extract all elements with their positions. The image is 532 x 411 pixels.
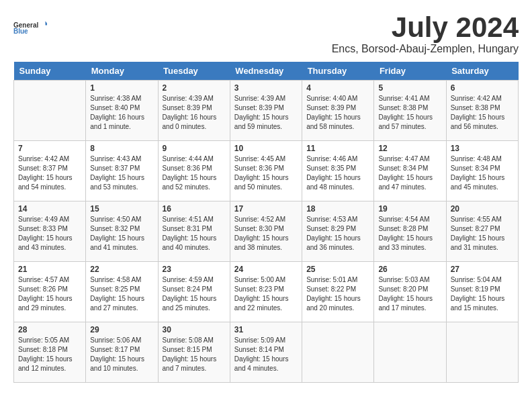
day-number: 29	[90, 325, 153, 334]
calendar-cell: 15 Sunrise: 4:50 AM Sunset: 8:32 PM Dayl…	[86, 201, 158, 262]
month-title: July 2024	[332, 13, 519, 42]
day-info: Sunrise: 4:53 AM Sunset: 8:29 PM Dayligh…	[306, 215, 369, 253]
calendar-cell: 29 Sunrise: 5:06 AM Sunset: 8:17 PM Dayl…	[86, 322, 158, 383]
header: General Blue July 2024 Encs, Borsod-Abau…	[13, 13, 519, 55]
day-number: 2	[163, 83, 226, 93]
day-info: Sunrise: 4:39 AM Sunset: 8:39 PM Dayligh…	[234, 94, 298, 132]
day-info: Sunrise: 4:42 AM Sunset: 8:38 PM Dayligh…	[451, 94, 514, 132]
header-day-saturday: Saturday	[446, 62, 518, 81]
calendar-cell: 16 Sunrise: 4:51 AM Sunset: 8:31 PM Dayl…	[158, 201, 230, 262]
day-info: Sunrise: 4:39 AM Sunset: 8:39 PM Dayligh…	[163, 94, 226, 132]
day-info: Sunrise: 4:58 AM Sunset: 8:25 PM Dayligh…	[90, 275, 153, 313]
calendar-cell: 19 Sunrise: 4:54 AM Sunset: 8:28 PM Dayl…	[374, 201, 446, 262]
day-number: 24	[234, 265, 298, 274]
day-number: 4	[306, 83, 369, 93]
day-info: Sunrise: 4:57 AM Sunset: 8:26 PM Dayligh…	[18, 275, 81, 313]
day-info: Sunrise: 4:47 AM Sunset: 8:34 PM Dayligh…	[378, 154, 441, 192]
day-number: 17	[234, 204, 298, 214]
calendar-cell: 20 Sunrise: 4:55 AM Sunset: 8:27 PM Dayl…	[446, 201, 518, 262]
day-number: 25	[306, 265, 369, 274]
day-number: 14	[18, 204, 81, 214]
calendar-cell: 13 Sunrise: 4:48 AM Sunset: 8:34 PM Dayl…	[446, 141, 518, 201]
day-number: 22	[90, 265, 153, 274]
calendar-cell: 23 Sunrise: 4:59 AM Sunset: 8:24 PM Dayl…	[158, 262, 230, 322]
calendar-cell: 24 Sunrise: 5:00 AM Sunset: 8:23 PM Dayl…	[230, 262, 302, 322]
day-info: Sunrise: 4:43 AM Sunset: 8:37 PM Dayligh…	[90, 154, 153, 192]
header-day-sunday: Sunday	[14, 62, 86, 81]
calendar-cell: 14 Sunrise: 4:49 AM Sunset: 8:33 PM Dayl…	[14, 201, 86, 262]
day-info: Sunrise: 5:01 AM Sunset: 8:22 PM Dayligh…	[306, 275, 369, 313]
day-info: Sunrise: 4:42 AM Sunset: 8:37 PM Dayligh…	[18, 154, 81, 192]
title-area: July 2024 Encs, Borsod-Abauj-Zemplen, Hu…	[332, 13, 519, 55]
day-number: 31	[234, 325, 298, 334]
day-number: 5	[378, 83, 441, 93]
day-info: Sunrise: 4:46 AM Sunset: 8:35 PM Dayligh…	[306, 154, 369, 192]
calendar-cell: 5 Sunrise: 4:41 AM Sunset: 8:38 PM Dayli…	[374, 81, 446, 141]
day-info: Sunrise: 4:45 AM Sunset: 8:36 PM Dayligh…	[234, 154, 298, 192]
calendar-cell: 26 Sunrise: 5:03 AM Sunset: 8:20 PM Dayl…	[374, 262, 446, 322]
day-number: 27	[451, 265, 514, 274]
day-info: Sunrise: 4:48 AM Sunset: 8:34 PM Dayligh…	[451, 154, 514, 192]
header-day-monday: Monday	[86, 62, 158, 81]
calendar-cell: 10 Sunrise: 4:45 AM Sunset: 8:36 PM Dayl…	[230, 141, 302, 201]
calendar-cell	[374, 322, 446, 383]
day-info: Sunrise: 4:44 AM Sunset: 8:36 PM Dayligh…	[163, 154, 226, 192]
day-number: 1	[90, 83, 153, 93]
day-number: 9	[163, 144, 226, 153]
day-number: 19	[378, 204, 441, 214]
calendar-cell: 21 Sunrise: 4:57 AM Sunset: 8:26 PM Dayl…	[14, 262, 86, 322]
day-info: Sunrise: 5:09 AM Sunset: 8:14 PM Dayligh…	[234, 336, 298, 373]
calendar-cell: 17 Sunrise: 4:52 AM Sunset: 8:30 PM Dayl…	[230, 201, 302, 262]
calendar-cell: 25 Sunrise: 5:01 AM Sunset: 8:22 PM Dayl…	[302, 262, 374, 322]
day-info: Sunrise: 4:38 AM Sunset: 8:40 PM Dayligh…	[90, 94, 153, 132]
day-info: Sunrise: 5:05 AM Sunset: 8:18 PM Dayligh…	[18, 336, 81, 373]
svg-marker-2	[46, 21, 48, 26]
calendar-cell	[302, 322, 374, 383]
day-number: 6	[451, 83, 514, 93]
calendar-cell	[446, 322, 518, 383]
day-info: Sunrise: 4:40 AM Sunset: 8:39 PM Dayligh…	[306, 94, 369, 132]
header-day-tuesday: Tuesday	[158, 62, 230, 81]
calendar-cell: 22 Sunrise: 4:58 AM Sunset: 8:25 PM Dayl…	[86, 262, 158, 322]
calendar-cell: 31 Sunrise: 5:09 AM Sunset: 8:14 PM Dayl…	[230, 322, 302, 383]
day-number: 15	[90, 204, 153, 214]
calendar-cell: 11 Sunrise: 4:46 AM Sunset: 8:35 PM Dayl…	[302, 141, 374, 201]
calendar-cell: 18 Sunrise: 4:53 AM Sunset: 8:29 PM Dayl…	[302, 201, 374, 262]
calendar-cell: 27 Sunrise: 5:04 AM Sunset: 8:19 PM Dayl…	[446, 262, 518, 322]
week-row-1: 1 Sunrise: 4:38 AM Sunset: 8:40 PM Dayli…	[14, 81, 519, 141]
day-number: 21	[18, 265, 81, 274]
calendar-cell: 3 Sunrise: 4:39 AM Sunset: 8:39 PM Dayli…	[230, 81, 302, 141]
day-number: 12	[378, 144, 441, 153]
calendar-cell: 7 Sunrise: 4:42 AM Sunset: 8:37 PM Dayli…	[14, 141, 86, 201]
day-info: Sunrise: 4:52 AM Sunset: 8:30 PM Dayligh…	[234, 215, 298, 253]
day-info: Sunrise: 5:08 AM Sunset: 8:15 PM Dayligh…	[163, 336, 226, 373]
header-row: SundayMondayTuesdayWednesdayThursdayFrid…	[14, 62, 519, 81]
header-day-thursday: Thursday	[302, 62, 374, 81]
day-number: 13	[451, 144, 514, 153]
header-day-wednesday: Wednesday	[230, 62, 302, 81]
day-info: Sunrise: 4:59 AM Sunset: 8:24 PM Dayligh…	[163, 275, 226, 313]
day-number: 20	[451, 204, 514, 214]
week-row-5: 28 Sunrise: 5:05 AM Sunset: 8:18 PM Dayl…	[14, 322, 519, 383]
day-info: Sunrise: 4:41 AM Sunset: 8:38 PM Dayligh…	[378, 94, 441, 132]
header-day-friday: Friday	[374, 62, 446, 81]
calendar-table: SundayMondayTuesdayWednesdayThursdayFrid…	[13, 62, 519, 383]
day-info: Sunrise: 5:00 AM Sunset: 8:23 PM Dayligh…	[234, 275, 298, 313]
day-info: Sunrise: 5:03 AM Sunset: 8:20 PM Dayligh…	[378, 275, 441, 313]
logo-svg: General Blue	[13, 13, 47, 42]
day-number: 23	[163, 265, 226, 274]
day-number: 7	[18, 144, 81, 153]
day-number: 3	[234, 83, 298, 93]
calendar-cell: 2 Sunrise: 4:39 AM Sunset: 8:39 PM Dayli…	[158, 81, 230, 141]
calendar-cell: 4 Sunrise: 4:40 AM Sunset: 8:39 PM Dayli…	[302, 81, 374, 141]
day-number: 30	[163, 325, 226, 334]
day-number: 11	[306, 144, 369, 153]
day-info: Sunrise: 5:06 AM Sunset: 8:17 PM Dayligh…	[90, 336, 153, 373]
day-number: 26	[378, 265, 441, 274]
logo: General Blue	[13, 13, 47, 42]
calendar-cell: 30 Sunrise: 5:08 AM Sunset: 8:15 PM Dayl…	[158, 322, 230, 383]
calendar-cell: 6 Sunrise: 4:42 AM Sunset: 8:38 PM Dayli…	[446, 81, 518, 141]
svg-text:Blue: Blue	[13, 28, 28, 35]
day-number: 28	[18, 325, 81, 334]
week-row-4: 21 Sunrise: 4:57 AM Sunset: 8:26 PM Dayl…	[14, 262, 519, 322]
